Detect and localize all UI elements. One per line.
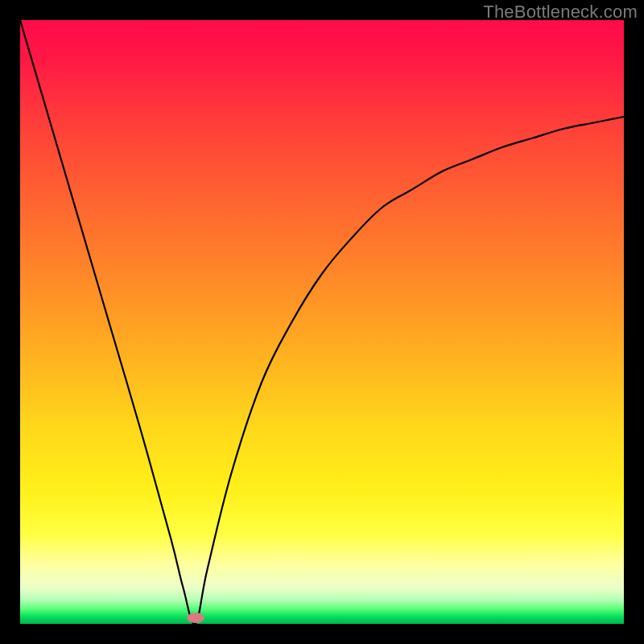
bottleneck-curve xyxy=(20,20,624,624)
plot-area xyxy=(20,20,624,624)
optimum-marker xyxy=(187,613,204,623)
chart-frame: TheBottleneck.com xyxy=(0,0,644,644)
curve-path xyxy=(20,20,624,624)
